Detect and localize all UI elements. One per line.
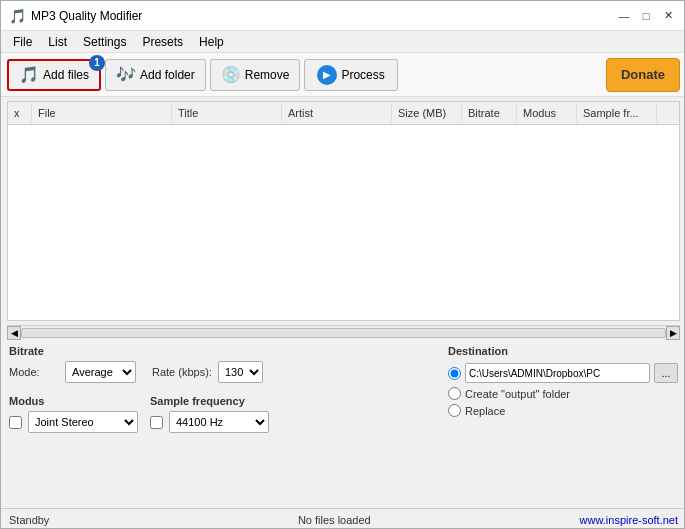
bottom-area: Bitrate Mode: Average Constant Variable …	[1, 339, 685, 439]
bitrate-fields: Mode: Average Constant Variable Rate (kb…	[9, 361, 440, 389]
window-title: MP3 Quality Modifier	[31, 9, 614, 23]
modus-title: Modus	[9, 395, 138, 407]
sample-freq-checkbox[interactable]	[150, 416, 163, 429]
dest-path-row: ...	[448, 363, 678, 383]
modus-section: Modus Joint Stereo Stereo Mono	[9, 395, 138, 433]
col-header-size[interactable]: Size (MB)	[392, 104, 462, 122]
menu-help[interactable]: Help	[191, 33, 232, 51]
dest-path-radio[interactable]	[448, 367, 461, 380]
scroll-left-arrow[interactable]: ◀	[7, 326, 21, 340]
mode-select[interactable]: Average Constant Variable	[65, 361, 136, 383]
table-body	[8, 125, 679, 320]
rate-label: Rate (kbps):	[152, 366, 212, 378]
horizontal-scrollbar[interactable]: ◀ ▶	[7, 325, 680, 339]
bitrate-title: Bitrate	[9, 345, 440, 357]
dest-replace-radio[interactable]	[448, 404, 461, 417]
title-bar: 🎵 MP3 Quality Modifier — □ ✕	[1, 1, 685, 31]
menu-list[interactable]: List	[40, 33, 75, 51]
dest-replace-label: Replace	[465, 405, 505, 417]
process-button[interactable]: ▶ Process	[304, 59, 397, 91]
rate-field: Rate (kbps): 64 96 128 130 160 192 256 3…	[152, 361, 263, 383]
mode-field: Mode: Average Constant Variable	[9, 361, 136, 383]
left-panel: Bitrate Mode: Average Constant Variable …	[9, 345, 440, 433]
modus-select[interactable]: Joint Stereo Stereo Mono	[28, 411, 138, 433]
process-label: Process	[341, 68, 384, 82]
dest-replace-row: Replace	[448, 404, 678, 417]
mode-label: Mode:	[9, 366, 59, 378]
col-header-artist[interactable]: Artist	[282, 104, 392, 122]
dest-path-input[interactable]	[465, 363, 650, 383]
col-header-title[interactable]: Title	[172, 104, 282, 122]
rate-select[interactable]: 64 96 128 130 160 192 256 320	[218, 361, 263, 383]
sample-freq-select[interactable]: 44100 Hz 22050 Hz 48000 Hz	[169, 411, 269, 433]
scroll-right-arrow[interactable]: ▶	[666, 326, 680, 340]
modus-sample-row: Modus Joint Stereo Stereo Mono Sample fr…	[9, 395, 440, 433]
minimize-button[interactable]: —	[614, 6, 634, 26]
destination-title: Destination	[448, 345, 678, 357]
right-panel: Destination ... Create "output" folder R…	[448, 345, 678, 433]
col-header-modus[interactable]: Modus	[517, 104, 577, 122]
donate-button[interactable]: Donate	[606, 58, 680, 92]
sample-freq-title: Sample frequency	[150, 395, 269, 407]
status-center: No files loaded	[89, 514, 580, 526]
scroll-track[interactable]	[21, 328, 666, 338]
status-website[interactable]: www.inspire-soft.net	[580, 514, 678, 526]
status-standby: Standby	[9, 514, 89, 526]
dest-create-label: Create "output" folder	[465, 388, 570, 400]
status-bar: Standby No files loaded www.inspire-soft…	[1, 508, 685, 529]
add-files-label: Add files	[43, 68, 89, 82]
add-files-button[interactable]: 🎵 Add files 1	[7, 59, 101, 91]
play-icon: ▶	[317, 65, 337, 85]
file-table: x File Title Artist Size (MB) Bitrate Mo…	[7, 101, 680, 321]
menu-settings[interactable]: Settings	[75, 33, 134, 51]
dest-create-row: Create "output" folder	[448, 387, 678, 400]
col-header-x[interactable]: x	[8, 104, 32, 122]
remove-icon: 💿	[221, 65, 241, 84]
sample-freq-row: 44100 Hz 22050 Hz 48000 Hz	[150, 411, 269, 433]
remove-button[interactable]: 💿 Remove	[210, 59, 301, 91]
app-icon: 🎵	[9, 8, 25, 24]
add-folder-button[interactable]: 🎶 Add folder	[105, 59, 206, 91]
table-header: x File Title Artist Size (MB) Bitrate Mo…	[8, 102, 679, 125]
dest-create-radio[interactable]	[448, 387, 461, 400]
window-controls: — □ ✕	[614, 6, 678, 26]
browse-button[interactable]: ...	[654, 363, 678, 383]
maximize-button[interactable]: □	[636, 6, 656, 26]
remove-label: Remove	[245, 68, 290, 82]
sample-frequency-section: Sample frequency 44100 Hz 22050 Hz 48000…	[150, 395, 269, 433]
close-button[interactable]: ✕	[658, 6, 678, 26]
menu-bar: File List Settings Presets Help	[1, 31, 685, 53]
music-file-icon: 🎵	[19, 65, 39, 84]
modus-checkbox[interactable]	[9, 416, 22, 429]
col-header-bitrate[interactable]: Bitrate	[462, 104, 517, 122]
menu-file[interactable]: File	[5, 33, 40, 51]
add-folder-label: Add folder	[140, 68, 195, 82]
menu-presets[interactable]: Presets	[134, 33, 191, 51]
col-header-sample[interactable]: Sample fr...	[577, 104, 657, 122]
folder-music-icon: 🎶	[116, 65, 136, 84]
badge-count: 1	[89, 55, 105, 71]
bitrate-section: Bitrate Mode: Average Constant Variable …	[9, 345, 440, 389]
modus-row: Joint Stereo Stereo Mono	[9, 411, 138, 433]
col-header-file[interactable]: File	[32, 104, 172, 122]
toolbar: 🎵 Add files 1 🎶 Add folder 💿 Remove ▶ Pr…	[1, 53, 685, 97]
